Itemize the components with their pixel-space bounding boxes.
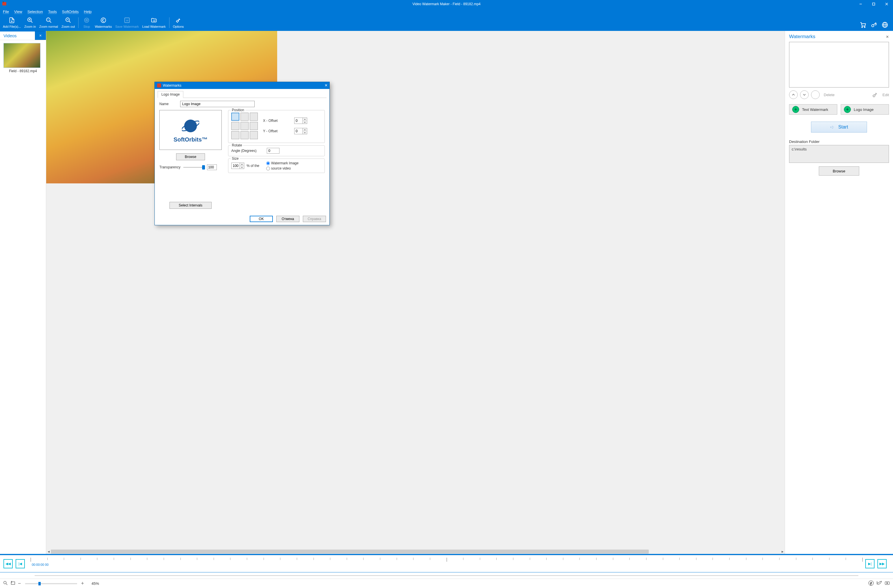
panel-close-icon[interactable]: ✕ (886, 35, 889, 39)
select-intervals-button[interactable]: Select Intervals (170, 202, 212, 209)
pos-bot-right[interactable] (250, 131, 258, 139)
statusbar: − + 45% (0, 579, 893, 588)
facebook-icon[interactable] (868, 580, 874, 587)
step-back-button[interactable]: |◀ (16, 559, 25, 568)
pos-top-center[interactable] (241, 113, 249, 121)
zoom-slider[interactable] (25, 583, 77, 584)
svg-point-25 (864, 27, 865, 28)
cancel-button[interactable]: Отмена (276, 216, 299, 222)
plus-icon: + (792, 106, 799, 113)
angle-input[interactable] (267, 148, 280, 153)
logo-image-tab[interactable]: Logo Image (158, 91, 183, 98)
dialog-close-button[interactable]: ✕ (325, 83, 328, 87)
menu-tools[interactable]: Tools (48, 9, 57, 14)
y-down[interactable]: ▼ (303, 131, 307, 134)
zoom-out-button[interactable]: Zoom out (60, 16, 77, 29)
video-thumbnail[interactable] (3, 43, 41, 68)
browse-destination-button[interactable]: Browse (819, 166, 859, 176)
watermark-list[interactable] (789, 42, 889, 87)
zoom-in-button[interactable]: Zoom in (23, 16, 38, 29)
zoom-tool-icon[interactable] (3, 580, 8, 586)
scroll-right-button[interactable]: ▶ (780, 549, 785, 554)
stop-icon (83, 17, 90, 24)
svg-text:W: W (126, 19, 128, 22)
folder-icon: W (150, 17, 157, 24)
position-track[interactable] (0, 572, 893, 579)
x-offset-input[interactable] (294, 117, 303, 124)
zoom-minus-button[interactable]: − (18, 580, 21, 586)
stop-button: Stop (80, 16, 93, 29)
empty-circle-button[interactable] (811, 90, 820, 99)
size-input[interactable] (231, 162, 240, 169)
text-watermark-button[interactable]: + Text Watermark (789, 104, 837, 115)
y-up[interactable]: ▲ (303, 128, 307, 131)
dialog-titlebar[interactable]: Watermarks ✕ (155, 82, 329, 89)
radio-source-video[interactable]: source video (266, 166, 299, 170)
zoom-value: 45% (92, 581, 99, 586)
size-down[interactable]: ▼ (240, 166, 244, 168)
pos-bot-center[interactable] (241, 131, 249, 139)
pos-top-right[interactable] (250, 113, 258, 121)
load-watermark-button[interactable]: W Load Watermark (141, 16, 167, 29)
scroll-thumb[interactable] (51, 550, 649, 553)
logo-image-button[interactable]: + Logo Image (841, 104, 889, 115)
menu-softorbits[interactable]: SoftOrbits (62, 9, 79, 14)
transparency-input[interactable] (207, 164, 217, 170)
destination-input[interactable] (789, 145, 889, 163)
zoom-normal-button[interactable]: 1 Zoom normal (38, 16, 60, 29)
name-input[interactable] (180, 101, 255, 107)
y-offset-input[interactable] (294, 128, 303, 134)
menu-selection[interactable]: Selection (27, 9, 43, 14)
tab-close-button[interactable]: × (35, 31, 46, 40)
globe-icon[interactable] (881, 21, 888, 29)
twitter-icon[interactable] (876, 580, 882, 587)
ok-button[interactable]: OK (250, 216, 273, 222)
horizontal-scrollbar[interactable]: ◀ ▶ (46, 549, 785, 554)
pos-bot-left[interactable] (231, 131, 239, 139)
cart-icon[interactable] (860, 21, 866, 29)
wrench-icon[interactable] (872, 91, 879, 98)
menu-help[interactable]: Help (84, 9, 92, 14)
size-up[interactable]: ▲ (240, 163, 244, 166)
watermarks-button[interactable]: Watermarks (93, 16, 113, 29)
pos-mid-center[interactable] (241, 122, 249, 130)
size-fieldset: Size ▲▼ % of the Watermark Image (228, 159, 325, 173)
x-up[interactable]: ▲ (303, 118, 307, 121)
help-button: Справка (303, 216, 326, 222)
options-button[interactable]: Options (171, 16, 186, 29)
scroll-left-button[interactable]: ◀ (46, 549, 51, 554)
close-button[interactable] (880, 0, 893, 8)
svg-line-13 (50, 21, 51, 23)
move-up-button[interactable] (789, 90, 798, 99)
pos-top-left[interactable] (231, 113, 239, 121)
timeline[interactable]: 00:00:00 00 (31, 555, 862, 572)
edit-label[interactable]: Edit (882, 93, 889, 97)
svg-line-33 (6, 583, 8, 585)
menu-view[interactable]: View (14, 9, 22, 14)
rewind-button[interactable]: ◀◀ (3, 559, 13, 568)
save-watermark-button: W Save Watermark (113, 16, 141, 29)
fit-icon[interactable] (11, 580, 16, 586)
move-down-button[interactable] (800, 90, 809, 99)
maximize-button[interactable] (867, 0, 880, 8)
zoom-plus-button[interactable]: + (81, 580, 84, 586)
pos-mid-right[interactable] (250, 122, 258, 130)
pos-mid-left[interactable] (231, 122, 239, 130)
svg-rect-1 (3, 2, 4, 3)
browse-logo-button[interactable]: Browse (176, 153, 205, 160)
menu-file[interactable]: File (3, 9, 9, 14)
minimize-button[interactable] (854, 0, 867, 8)
transparency-slider[interactable] (183, 167, 204, 168)
key-icon[interactable] (870, 21, 877, 29)
youtube-icon[interactable] (884, 580, 890, 587)
arrow-right-icon: ➪ (830, 124, 834, 130)
fast-forward-button[interactable]: ▶▶ (877, 559, 887, 568)
radio-watermark-image[interactable]: Watermark Image (266, 161, 299, 165)
videos-tab[interactable]: Videos (0, 31, 35, 40)
x-down[interactable]: ▼ (303, 121, 307, 123)
delete-label[interactable]: Delete (824, 93, 835, 97)
step-forward-button[interactable]: ▶| (865, 559, 875, 568)
watermarks-header: Watermarks (789, 34, 815, 39)
add-files-button[interactable]: Add File(s)... (1, 16, 23, 29)
start-button[interactable]: ➪ Start (811, 122, 867, 132)
